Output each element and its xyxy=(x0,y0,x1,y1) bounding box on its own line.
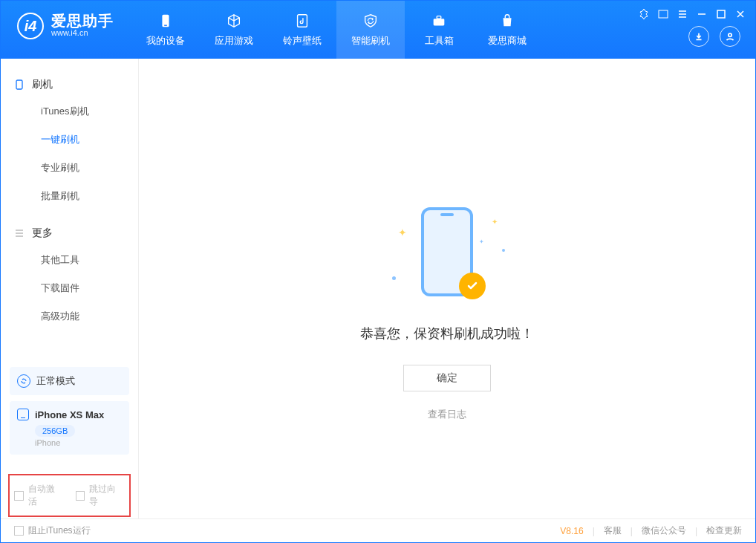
main-content: ✦ ✦ ✦ 恭喜您，保资料刷机成功啦！ 确定 查看日志 xyxy=(139,59,755,518)
sidebar-item-onekey-flash[interactable]: 一键刷机 xyxy=(1,126,138,154)
sparkle-icon: ✦ xyxy=(479,238,484,245)
mode-label: 正常模式 xyxy=(36,374,75,388)
svg-rect-5 xyxy=(434,19,445,25)
nav-label: 爱思商城 xyxy=(488,34,527,48)
sidebar-item-advanced[interactable]: 高级功能 xyxy=(1,302,138,331)
checkbox-skip-guide[interactable]: 跳过向导 xyxy=(76,483,126,508)
close-icon[interactable] xyxy=(734,8,746,20)
success-illustration: ✦ ✦ ✦ xyxy=(388,207,506,304)
checkbox-label: 跳过向导 xyxy=(89,483,125,508)
dot-icon xyxy=(392,276,396,280)
svg-rect-8 xyxy=(16,80,22,89)
app-name: 爱思助手 xyxy=(51,13,114,28)
mode-icon xyxy=(17,374,30,388)
sidebar-section-more: 更多 xyxy=(1,221,138,246)
nav-ringtones[interactable]: 铃声壁纸 xyxy=(268,1,336,59)
logo[interactable]: i4 爱思助手 www.i4.cn xyxy=(1,1,127,39)
device-name: iPhone XS Max xyxy=(35,409,104,420)
check-update-link[interactable]: 检查更新 xyxy=(706,524,742,537)
nav-apps-games[interactable]: 应用游戏 xyxy=(200,1,268,59)
phone-small-icon xyxy=(14,79,25,90)
svg-rect-0 xyxy=(659,10,668,18)
bag-icon xyxy=(498,12,516,30)
cube-icon xyxy=(225,12,243,30)
header: i4 爱思助手 www.i4.cn 我的设备 应用游戏 铃声壁纸 智能刷机 xyxy=(1,1,755,59)
checkbox-label: 自动激活 xyxy=(28,483,64,508)
device-capacity: 256GB xyxy=(35,425,75,437)
section-title: 刷机 xyxy=(32,78,53,91)
success-check-icon xyxy=(459,273,486,299)
svg-rect-1 xyxy=(717,10,725,18)
checkbox-block-itunes[interactable]: 阻止iTunes运行 xyxy=(14,524,91,537)
maximize-icon[interactable] xyxy=(715,8,727,20)
checkbox-label: 阻止iTunes运行 xyxy=(28,524,91,537)
sidebar-item-other-tools[interactable]: 其他工具 xyxy=(1,246,138,274)
feedback-icon[interactable] xyxy=(638,8,650,20)
sparkle-icon: ✦ xyxy=(398,227,407,238)
device-type: iPhone xyxy=(35,438,122,447)
music-sheet-icon xyxy=(293,12,311,30)
sidebar-item-download-firmware[interactable]: 下载固件 xyxy=(1,274,138,302)
menu-icon[interactable] xyxy=(677,8,688,20)
download-button[interactable] xyxy=(688,26,709,47)
device-mode[interactable]: 正常模式 xyxy=(10,367,129,395)
sidebar-item-pro-flash[interactable]: 专业刷机 xyxy=(1,154,138,182)
svg-rect-4 xyxy=(298,15,307,27)
view-log-link[interactable]: 查看日志 xyxy=(428,408,466,421)
svg-rect-6 xyxy=(437,16,441,19)
checkbox-icon xyxy=(76,491,85,501)
ok-button[interactable]: 确定 xyxy=(403,365,491,391)
list-icon xyxy=(14,228,25,238)
nav-toolbox[interactable]: 工具箱 xyxy=(405,1,473,59)
dot-icon xyxy=(502,249,505,252)
titlebar-controls xyxy=(638,8,746,20)
sparkle-icon: ✦ xyxy=(492,218,498,226)
sidebar-section-flash: 刷机 xyxy=(1,72,138,97)
user-button[interactable] xyxy=(720,26,740,47)
nav-label: 铃声壁纸 xyxy=(283,34,322,48)
sidebar-item-batch-flash[interactable]: 批量刷机 xyxy=(1,182,138,210)
svg-rect-3 xyxy=(164,25,167,26)
sidebar-item-itunes-flash[interactable]: iTunes刷机 xyxy=(1,97,138,126)
nav-label: 我的设备 xyxy=(146,34,185,48)
nav-label: 应用游戏 xyxy=(215,34,253,48)
support-link[interactable]: 客服 xyxy=(604,524,622,537)
skin-icon[interactable] xyxy=(657,8,669,20)
device-card[interactable]: iPhone XS Max 256GB iPhone xyxy=(10,401,129,455)
nav-my-device[interactable]: 我的设备 xyxy=(131,1,200,59)
checkbox-icon xyxy=(14,491,24,501)
sidebar: 刷机 iTunes刷机 一键刷机 专业刷机 批量刷机 更多 其他工具 下载固件 … xyxy=(1,59,139,518)
checkbox-auto-activate[interactable]: 自动激活 xyxy=(14,483,64,508)
svg-point-7 xyxy=(729,33,731,36)
nav-label: 工具箱 xyxy=(425,34,454,48)
main-nav: 我的设备 应用游戏 铃声壁纸 智能刷机 工具箱 爱思商城 xyxy=(131,1,541,59)
nav-store[interactable]: 爱思商城 xyxy=(473,1,541,59)
version-label: V8.16 xyxy=(560,526,583,536)
separator: | xyxy=(630,526,633,536)
success-message: 恭喜您，保资料刷机成功啦！ xyxy=(360,325,534,342)
toolbox-icon xyxy=(430,12,448,30)
separator: | xyxy=(695,526,697,536)
device-icon xyxy=(157,12,175,30)
logo-icon: i4 xyxy=(17,13,44,39)
app-url: www.i4.cn xyxy=(51,28,114,38)
highlighted-options: 自动激活 跳过向导 xyxy=(8,474,131,517)
phone-icon xyxy=(17,409,29,420)
nav-label: 智能刷机 xyxy=(351,34,390,48)
checkbox-icon xyxy=(14,526,24,536)
nav-flash[interactable]: 智能刷机 xyxy=(336,1,405,59)
wechat-link[interactable]: 微信公众号 xyxy=(642,524,686,537)
section-title: 更多 xyxy=(32,227,53,240)
footer: 阻止iTunes运行 V8.16 | 客服 | 微信公众号 | 检查更新 xyxy=(1,518,755,542)
separator: | xyxy=(593,526,595,536)
refresh-shield-icon xyxy=(362,12,379,30)
minimize-icon[interactable] xyxy=(696,8,708,20)
